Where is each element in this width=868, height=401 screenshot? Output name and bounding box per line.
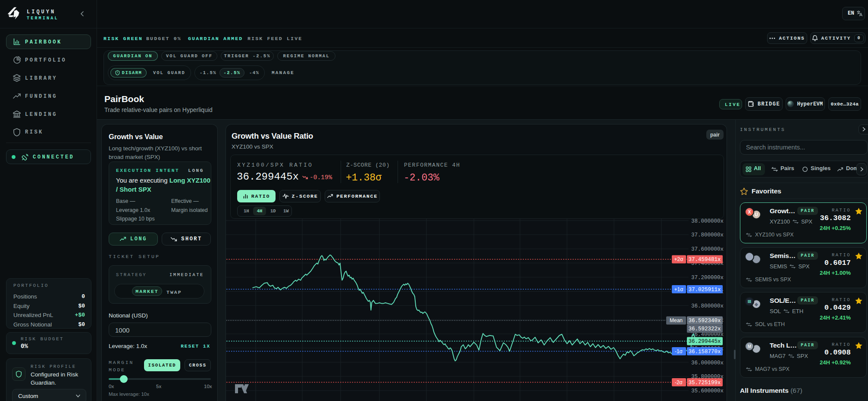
- svg-text:37.600000x: 37.600000x: [691, 246, 724, 252]
- svg-text:36.800000x: 36.800000x: [691, 303, 724, 309]
- svg-text:-1σ: -1σ: [675, 348, 683, 354]
- svg-text:37.459481x: 37.459481x: [688, 257, 721, 263]
- svg-text:35.725199x: 35.725199x: [688, 380, 721, 386]
- svg-text:37.025911x: 37.025911x: [688, 287, 721, 293]
- svg-text:35.600000x: 35.600000x: [691, 388, 724, 394]
- svg-text:36.592340x: 36.592340x: [688, 318, 721, 324]
- svg-text:-2σ: -2σ: [675, 379, 683, 385]
- svg-text:37.800000x: 37.800000x: [691, 232, 724, 238]
- svg-text:37.200000x: 37.200000x: [691, 275, 724, 281]
- svg-text:+2σ: +2σ: [674, 256, 683, 262]
- svg-text:36.299445x: 36.299445x: [688, 339, 721, 345]
- svg-text:36.000000x: 36.000000x: [691, 360, 724, 366]
- svg-text:36.158770x: 36.158770x: [688, 349, 721, 355]
- svg-text:Mean: Mean: [670, 317, 683, 323]
- svg-text:38.000000x: 38.000000x: [691, 219, 724, 224]
- svg-text:36.592322x: 36.592322x: [688, 326, 721, 332]
- svg-text:+1σ: +1σ: [674, 286, 683, 292]
